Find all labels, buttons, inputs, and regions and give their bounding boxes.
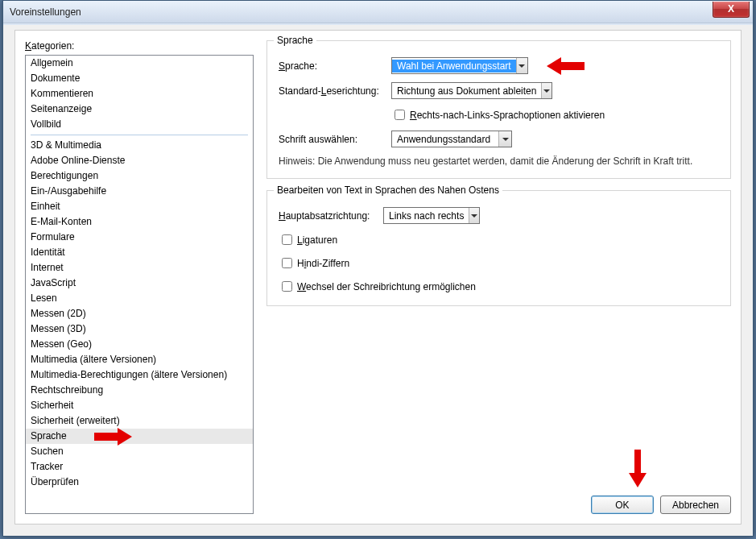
list-item[interactable]: Vollbild [26,117,253,132]
rtl-options-label: Rechts-nach-Links-Sprachoptionen aktivie… [410,110,605,121]
reading-direction-value: Richtung aus Dokument ableiten [392,85,541,97]
group-title-language: Sprache [274,35,316,46]
annotation-arrow-icon [544,58,585,74]
dialog-content: Kategorien: AllgemeinDokumenteKommentier… [14,30,742,524]
annotation-arrow-icon [630,450,646,490]
middle-east-group: Bearbeiten von Text in Sprachen des Nahe… [266,190,731,306]
list-item[interactable]: Identität [26,245,253,260]
writing-direction-switch-label: Wechsel der Schreibrichtung ermöglichen [297,281,476,292]
close-button[interactable]: X [713,2,750,18]
list-item[interactable]: Sicherheit [26,398,253,413]
list-item[interactable]: Dokumente [26,71,253,86]
list-item[interactable]: Seitenanzeige [26,102,253,117]
reading-direction-label: Standard-Leserichtung: [279,85,391,97]
list-item[interactable]: Ein-/Ausgabehilfe [26,184,253,199]
annotation-arrow-icon [94,429,134,445]
list-item[interactable]: Messen (Geo) [26,337,253,352]
list-item[interactable]: Einheit [26,199,253,214]
writing-direction-switch-checkbox[interactable] [282,281,292,292]
window-title: Voreinstellungen [10,6,81,18]
list-item[interactable]: Berechtigungen [26,168,253,184]
list-item[interactable]: Sicherheit (erweitert) [26,413,253,429]
language-dropdown[interactable]: Wahl bei Anwendungsstart [391,57,528,74]
ligatures-checkbox[interactable] [282,234,292,245]
list-item[interactable]: Tracker [26,459,253,475]
list-item-selected[interactable]: Sprache [26,429,253,444]
categories-label: Kategorien: [25,40,254,52]
font-select-dropdown[interactable]: Anwendungsstandard [391,131,512,147]
restart-hint: Hinweis: Die Anwendung muss neu gestarte… [279,155,719,167]
list-item[interactable]: Lesen [26,291,253,306]
chevron-down-icon [469,208,479,223]
list-item[interactable]: Adobe Online-Dienste [26,153,253,168]
hindi-digits-checkbox[interactable] [282,258,292,268]
list-item[interactable]: Formulare [26,230,253,245]
group-title-middle-east: Bearbeiten von Text in Sprachen des Nahe… [274,185,502,196]
cancel-button[interactable]: Abbrechen [660,495,731,514]
paragraph-direction-value: Links nach rechts [384,209,469,222]
list-item[interactable]: Internet [26,260,253,276]
categories-listbox[interactable]: AllgemeinDokumenteKommentierenSeitenanze… [25,55,254,514]
list-item[interactable]: 3D & Multimedia [26,138,253,153]
list-item[interactable]: Messen (3D) [26,321,253,337]
dialog-buttons: OK Abbrechen [591,495,731,514]
reading-direction-dropdown[interactable]: Richtung aus Dokument ableiten [391,82,552,99]
list-item[interactable]: Kommentieren [26,86,253,102]
list-item[interactable]: E-Mail-Konten [26,214,253,230]
rtl-options-checkbox[interactable] [395,110,405,120]
list-item[interactable]: Multimedia (ältere Versionen) [26,352,253,367]
font-select-label: Schrift auswählen: [279,134,391,145]
list-item[interactable]: Rechtschreibung [26,383,253,398]
chevron-down-icon [541,83,552,98]
chevron-down-icon [498,131,511,147]
list-item[interactable]: Überprüfen [26,475,253,490]
ligatures-label: Ligaturen [297,234,337,246]
list-item[interactable]: Allgemein [26,56,253,71]
list-item[interactable]: Messen (2D) [26,306,253,321]
list-item[interactable]: Multimedia-Berechtigungen (ältere Versio… [26,367,253,383]
font-select-value: Anwendungsstandard [392,133,498,146]
preferences-dialog: Voreinstellungen X Kategorien: Allgemein… [2,0,754,537]
paragraph-direction-label: Hauptabsatzrichtung: [279,210,383,222]
ok-button[interactable]: OK [591,495,654,514]
list-item[interactable]: JavaScript [26,276,253,291]
language-group: Sprache Sprache: Wahl bei Anwendungsstar… [266,40,731,179]
list-item[interactable]: Suchen [26,444,253,459]
settings-panel: Sprache Sprache: Wahl bei Anwendungsstar… [254,40,731,514]
categories-panel: Kategorien: AllgemeinDokumenteKommentier… [25,40,254,514]
language-label: Sprache: [279,60,391,72]
list-separator [31,135,248,135]
chevron-down-icon [516,58,527,73]
hindi-digits-label: Hindi-Ziffern [297,258,349,269]
titlebar: Voreinstellungen X [3,1,753,23]
paragraph-direction-dropdown[interactable]: Links nach rechts [383,207,480,224]
language-dropdown-value: Wahl bei Anwendungsstart [392,60,516,73]
